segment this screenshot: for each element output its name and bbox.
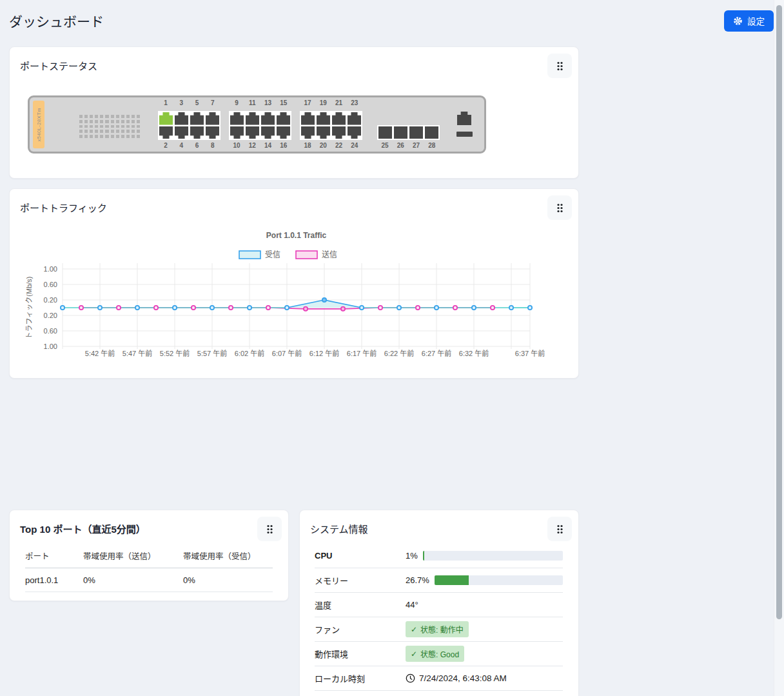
x-tick-label: 6:12 午前 [309,349,339,357]
port-number-row: 9111315 [229,99,291,106]
vent-hole [116,120,119,123]
vent-hole [105,125,108,128]
vent-hole [79,120,83,123]
x-tick-label: 5:57 午前 [197,349,227,357]
column-header-tx: 帯域使用率（送信） [83,550,183,562]
x-tick-label: 6:07 午前 [272,349,302,357]
settings-button[interactable]: 設定 [724,10,774,32]
port-number-13: 13 [260,99,276,106]
port-8 [206,126,219,139]
legend-swatch [239,251,260,259]
legend-swatch [296,251,317,259]
cpu-usage-value: 1% [406,551,418,561]
vent-hole [111,120,114,123]
vent-hole [84,130,88,133]
port-number-28: 28 [424,142,440,149]
port-number-12: 12 [244,142,260,149]
receive-area [63,300,530,308]
vent-hole [132,115,135,118]
vent-hole [132,130,135,133]
port-traffic-title: ポートトラフィック [20,201,107,214]
x-tick-label: 6:22 午前 [384,349,414,357]
local-time-value: 7/24/2024, 6:43:08 AM [419,673,507,683]
send-data-point [378,306,382,310]
port-status-panel: ポートステータス x540L-28XTm 1357246891113151012… [9,46,579,179]
vent-hole [95,125,98,128]
uplink-slot [456,132,473,137]
vent-hole [137,115,140,118]
drag-handle[interactable] [547,517,572,541]
port-23 [348,112,361,125]
vent-hole [126,120,130,123]
vent-hole [105,130,108,133]
page-header: ダッシュボード 設定 [9,0,774,41]
legend-item-receive[interactable]: 受信 [239,250,280,259]
vent-hole [95,120,98,123]
scrollbar-track[interactable] [774,0,784,696]
send-data-point [229,306,233,310]
cpu-label: CPU [315,551,406,561]
vent-hole [116,130,119,133]
send-data-point [341,307,345,311]
vent-hole [100,135,103,138]
vent-hole [137,120,140,123]
port-15 [277,112,290,125]
port-28 [425,126,438,139]
port-number-3: 3 [173,99,189,106]
switch-graphic: x540L-28XTm 1357246891113151012141617192… [28,95,486,154]
system-info-title: システム情報 [310,522,368,535]
port-4 [175,126,188,139]
port-7 [206,112,219,125]
y-tick-label: 1.00 [44,343,57,350]
vent-hole [111,130,114,133]
vent-hole [132,125,135,128]
drag-handle[interactable] [547,54,572,78]
port-3 [175,112,188,125]
port-number-7: 7 [205,99,220,106]
cpu-usage-bar [423,551,563,561]
x-tick-label: 5:47 午前 [122,349,152,357]
receive-data-point [397,306,401,310]
vent-hole [121,130,124,133]
vent-hole [100,130,103,133]
environment-status-badge: ✓ 状態: Good [406,646,464,662]
receive-data-point [248,306,251,310]
port-18 [301,126,315,139]
x-tick-label: 6:17 午前 [347,349,377,357]
port-number-row: 1357 [158,99,220,106]
port-number-row: 18202224 [300,142,362,149]
scrollbar-thumb[interactable] [776,5,782,619]
port-number-21: 21 [331,99,347,106]
port-number-23: 23 [347,99,362,106]
receive-data-point [173,306,177,310]
vent-hole [90,120,93,123]
drag-handle[interactable] [547,195,572,220]
port-22 [332,126,346,139]
receive-data-point [135,306,139,310]
receive-data-point [61,306,64,310]
port-traffic-chart[interactable]: 1.000.600.200.200.601.005:42 午前5:47 午前5:… [10,223,580,374]
y-tick-label: 0.20 [44,296,57,304]
drag-indicator-icon [266,524,274,535]
x-tick-label: 5:42 午前 [85,349,115,357]
vent-hole [126,130,130,133]
vent-hole [116,135,119,138]
port-number-11: 11 [244,99,260,106]
vent-hole [132,120,135,123]
receive-data-point [360,306,364,310]
send-data-point [416,306,420,310]
drag-handle[interactable] [257,517,282,541]
legend-item-send[interactable]: 送信 [296,250,337,259]
port-6 [190,126,204,139]
vent-hole [121,125,124,128]
system-row-fan: ファン ✓ 状態: 動作中 [315,617,563,642]
temperature-label: 温度 [315,599,406,611]
port-number-26: 26 [393,142,408,149]
vent-hole [121,115,124,118]
port-number-15: 15 [276,99,291,106]
port-strip [300,111,362,140]
port-10 [230,126,244,139]
vent-hole [95,135,98,138]
drag-indicator-icon [556,524,564,535]
port-26 [394,126,407,139]
